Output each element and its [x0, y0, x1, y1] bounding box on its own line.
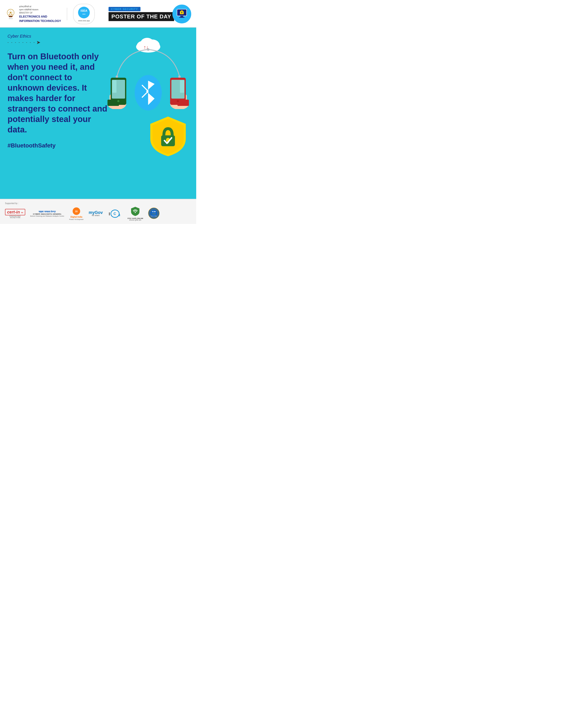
cyber-swachhta-title: साइबर स्वच्छता केन्द्र	[30, 210, 64, 213]
bluetooth-symbol	[132, 75, 164, 112]
gov-logo-area: सत्यमेव जयते इलेक्ट्रॉनिकी एवं सूचना प्र…	[5, 4, 95, 24]
svg-text:C-DAC: C-DAC	[152, 213, 156, 214]
svg-rect-15	[180, 16, 183, 17]
bluetooth-icon	[132, 75, 164, 111]
svg-rect-19	[181, 12, 182, 13]
svg-text:●●●: ●●●	[82, 13, 86, 15]
poster-banner: CYBER SECURITY POSTER OF THE DAY	[109, 5, 191, 24]
certin-logo-icon: cert-in ∞	[5, 209, 25, 215]
svg-point-8	[9, 14, 10, 15]
banner-main-label: POSTER OF THE DAY	[109, 12, 174, 21]
digital-india-label: Digital India	[71, 216, 82, 218]
dash-marks: - - - - - - - -	[7, 41, 36, 44]
svg-point-11	[78, 7, 90, 18]
svg-point-36	[117, 100, 119, 102]
banner-text-box: CYBER SECURITY POSTER OF THE DAY	[109, 7, 174, 21]
svg-point-27	[147, 48, 150, 51]
svg-text:I: I	[109, 211, 110, 216]
svg-rect-2	[8, 16, 13, 16]
main-content: Cyber Ethics - - - - - - - - ➤ Turn on B…	[0, 28, 196, 199]
footer-logos: cert-in ∞ Enhancing Cyber Security in In…	[5, 206, 191, 221]
svg-rect-47	[180, 80, 184, 93]
svg-rect-35	[112, 80, 117, 93]
isea-url: www.isea.app	[78, 19, 90, 22]
left-phone	[104, 67, 134, 110]
ic3-item: I C 3	[108, 209, 122, 218]
digital-india-sub: Power To Empower	[69, 219, 83, 220]
ic3-icon: I C 3	[108, 209, 122, 218]
ministry-line1: MINISTRY OF	[19, 11, 61, 14]
header-separator	[67, 8, 67, 20]
svg-rect-16	[179, 17, 184, 18]
cyber-swachhta-english: CYBER SWACHHTA KENDRA	[30, 213, 64, 215]
shield-lock-icon	[146, 114, 190, 158]
gov-hindi-line1: इलेक्ट्रॉनिकी एवं	[19, 5, 61, 8]
monitor-icon-circle	[172, 5, 191, 24]
banner-top-label: CYBER SECURITY	[109, 7, 140, 11]
right-phone	[163, 67, 192, 110]
cyber-swachhta-item: साइबर स्वच्छता केन्द्र CYBER SWACHHTA KE…	[30, 210, 64, 217]
shield-container	[146, 114, 190, 159]
svg-rect-3	[9, 16, 12, 17]
stay-safe-hindi: ऑनलाइन सुरक्षित रहना	[127, 219, 143, 221]
ministry-line2: ELECTRONICS AND	[19, 14, 61, 19]
monitor-lock-icon	[176, 8, 187, 19]
svg-point-58	[135, 212, 136, 213]
illustration: ↑↓	[104, 34, 192, 159]
main-text: Turn on Bluetooth only when you need it,…	[7, 51, 108, 135]
svg-text:iSEA: iSEA	[81, 9, 87, 12]
isea-logo: iSEA ●●● www.isea.app	[73, 4, 95, 24]
mygov-label: myGov	[89, 210, 103, 214]
right-phone-icon	[163, 67, 192, 109]
svg-text:सत्यमेव जयते: सत्यमेव जयते	[8, 18, 13, 19]
gov-hindi-line2: सूचना प्रौद्योगिकी मंत्रालय	[19, 8, 61, 11]
ministry-line3: INFORMATION TECHNOLOGY	[19, 19, 61, 23]
certin-sub: Enhancing Cyber Security in India	[7, 215, 24, 218]
svg-text:सी-डैक: सी-डैक	[152, 211, 156, 212]
cdac-icon: सी-डैक C-DAC Govt of India	[148, 208, 160, 219]
svg-text:C: C	[114, 212, 116, 215]
isea-emblem-icon: iSEA ●●●	[78, 6, 90, 19]
svg-text:Govt of India: Govt of India	[151, 215, 157, 217]
svg-text:3: 3	[119, 213, 120, 217]
digital-india-icon: DI	[72, 207, 81, 215]
supported-by-label: Supported by :	[5, 202, 191, 204]
footer: Supported by : cert-in ∞ Enhancing Cyber…	[0, 199, 196, 224]
gov-text: इलेक्ट्रॉनिकी एवं सूचना प्रौद्योगिकी मंत…	[19, 5, 61, 23]
digital-india-item: DI Digital India Power To Empower	[69, 207, 83, 220]
poster-wrapper: सत्यमेव जयते इलेक्ट्रॉनिकी एवं सूचना प्र…	[0, 0, 196, 224]
header: सत्यमेव जयते इलेक्ट्रॉनिकी एवं सूचना प्र…	[0, 0, 196, 28]
left-phone-icon	[104, 67, 134, 109]
mygov-item: myGov मेरी सरकार	[89, 210, 103, 217]
stay-safe-label: STAY SAFE ONLINE	[127, 218, 143, 219]
svg-point-48	[177, 100, 179, 102]
certin-logo-item: cert-in ∞ Enhancing Cyber Security in In…	[5, 209, 25, 218]
ashoka-emblem-icon: सत्यमेव जयते	[5, 8, 16, 19]
stay-safe-icon	[130, 206, 140, 217]
svg-point-9	[11, 14, 12, 15]
arrow-icon: ➤	[36, 39, 41, 45]
certin-label: cert-in	[7, 210, 20, 214]
stay-safe-item: STAY SAFE ONLINE ऑनलाइन सुरक्षित रहना	[127, 206, 143, 221]
cdac-badge: सी-डैक C-DAC Govt of India	[148, 208, 160, 220]
svg-text:DI: DI	[75, 210, 78, 212]
cyber-swachhta-sub: Botnet Cleaning and Malware Analysis Cen…	[30, 215, 64, 217]
mygov-sub: मेरी सरकार	[89, 214, 103, 217]
